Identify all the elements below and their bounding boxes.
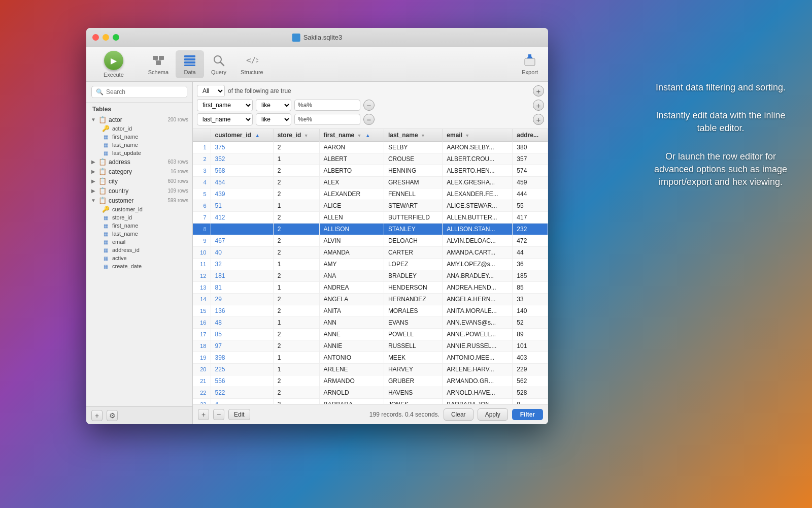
table-row[interactable]: 15 136 2 ANITA MORALES ANITA.MORALE... 1… <box>193 305 548 317</box>
actor-rows: 200 rows <box>167 117 188 122</box>
field-customer-id[interactable]: 🔑 customer_id <box>86 205 192 213</box>
table-row[interactable]: 9 467 2 ALVIN DELOACH ALVIN.DELOAC... 47… <box>193 235 548 247</box>
filter-remove-1-button[interactable]: − <box>363 100 375 111</box>
table-row[interactable]: 17 85 2 ANNE POWELL ANNE.POWELL... 89 <box>193 329 548 340</box>
sidebar-item-city[interactable]: ▶ 📋 city 600 rows <box>86 176 192 186</box>
cell-first-name: ALEX <box>319 177 384 188</box>
minimize-button[interactable] <box>103 34 109 41</box>
cell-addr: 403 <box>513 352 548 364</box>
close-button[interactable] <box>92 34 99 41</box>
cell-customer-id: 4 <box>211 399 273 404</box>
table-row[interactable]: 21 556 2 ARMANDO GRUBER ARMANDO.GR... 56… <box>193 375 548 387</box>
th-customer-id[interactable]: customer_id ▲ <box>211 129 273 142</box>
schema-button[interactable]: Schema <box>141 50 176 78</box>
filter-add-after-2-button[interactable]: + <box>533 114 544 125</box>
query-button[interactable]: Query <box>204 50 233 78</box>
table-row[interactable]: 2 352 1 ALBERT CROUSE ALBERT.CROU... 357 <box>193 153 548 165</box>
table-row[interactable]: 20 225 1 ARLENE HARVEY ARLENE.HARV... 22… <box>193 364 548 375</box>
filter-op-1-select[interactable]: like = != <box>256 99 291 111</box>
clear-button[interactable]: Clear <box>444 408 473 421</box>
filter-value-2-input[interactable] <box>294 114 360 125</box>
sidebar-item-country[interactable]: ▶ 📋 country 109 rows <box>86 186 192 196</box>
cell-store-id: 1 <box>273 352 319 364</box>
filter-field-2-select[interactable]: last_name first_name email <box>197 113 253 125</box>
field-last-update-actor[interactable]: ▦ last_update <box>86 149 192 157</box>
sidebar-item-address[interactable]: ▶ 📋 address 603 rows <box>86 157 192 167</box>
cell-addr: 444 <box>513 188 548 200</box>
table-row[interactable]: 1 375 2 AARON SELBY AARON.SELBY... 380 <box>193 142 548 153</box>
field-create-date[interactable]: ▦ create_date <box>86 262 192 270</box>
sidebar-item-category[interactable]: ▶ 📋 category 16 rows <box>86 167 192 176</box>
cell-last-name: GRUBER <box>384 375 442 387</box>
field-store-id[interactable]: ▦ store_id <box>86 213 192 221</box>
add-row-button[interactable]: + <box>198 409 209 420</box>
table-row[interactable]: 7 412 2 ALLEN BUTTERFIELD ALLEN.BUTTER..… <box>193 212 548 224</box>
table-row[interactable]: 16 48 1 ANN EVANS ANN.EVANS@s... 52 <box>193 317 548 329</box>
filter-value-1-input[interactable] <box>294 100 360 111</box>
field-actor-id[interactable]: 🔑 actor_id <box>86 124 192 133</box>
filter-scope-select[interactable]: All Any <box>197 85 225 97</box>
edit-button[interactable]: Edit <box>228 409 250 420</box>
cell-email: ALICE.STEWAR... <box>443 200 513 212</box>
data-panel: All Any of the following are true + firs… <box>193 82 548 424</box>
search-wrap[interactable]: 🔍 <box>91 86 187 98</box>
col-icon-first-name: ▦ <box>101 134 110 140</box>
table-row[interactable]: 5 439 2 ALEXANDER FENNELL ALEXANDER.FE..… <box>193 188 548 200</box>
table-row[interactable]: 13 81 1 ANDREA HENDERSON ANDREA.HEND... … <box>193 282 548 294</box>
table-row[interactable]: 23 4 2 BARBARA JONES BARBARA.JON... 8 <box>193 399 548 404</box>
filter-add-condition-button[interactable]: + <box>533 85 544 97</box>
field-first-name-customer[interactable]: ▦ first_name <box>86 221 192 230</box>
table-row[interactable]: 11 32 1 AMY LOPEZ AMY.LOPEZ@s... 36 <box>193 259 548 270</box>
field-first-name-actor[interactable]: ▦ first_name <box>86 133 192 141</box>
cell-customer-id: 29 <box>211 294 273 305</box>
table-row[interactable]: 12 181 2 ANA BRADLEY ANA.BRADLEY... 185 <box>193 270 548 282</box>
row-num: 18 <box>193 340 211 352</box>
field-last-name-actor[interactable]: ▦ last_name <box>86 141 192 149</box>
table-icon-customer: 📋 <box>98 197 107 204</box>
table-row[interactable]: 22 522 2 ARNOLD HAVENS ARNOLD.HAVE... 52… <box>193 387 548 399</box>
th-first-name[interactable]: first_name ▼ ▲ <box>319 129 384 142</box>
maximize-button[interactable] <box>113 34 119 41</box>
table-row[interactable]: 8 228 2 ALLISON STANLEY ALLISON.STAN... … <box>193 224 548 235</box>
cell-customer-id: 439 <box>211 188 273 200</box>
filter-add-after-1-button[interactable]: + <box>533 100 544 111</box>
field-email[interactable]: ▦ email <box>86 238 192 246</box>
apply-button[interactable]: Apply <box>478 408 508 421</box>
th-first-name-label: first_name <box>324 132 355 139</box>
execute-button[interactable]: ▶ Execute <box>96 48 131 81</box>
structure-button[interactable]: </> Structure <box>233 50 270 78</box>
cell-email: ARNOLD.HAVE... <box>443 387 513 399</box>
settings-button[interactable]: ⚙ <box>107 410 118 421</box>
table-row[interactable]: 19 398 1 ANTONIO MEEK ANTONIO.MEE... 403 <box>193 352 548 364</box>
cell-store-id: 2 <box>273 235 319 247</box>
field-address-id[interactable]: ▦ address_id <box>86 246 192 254</box>
table-row[interactable]: 4 454 2 ALEX GRESHAM ALEX.GRESHA... 459 <box>193 177 548 188</box>
search-input[interactable] <box>106 88 183 96</box>
table-row[interactable]: 3 568 2 ALBERTO HENNING ALBERTO.HEN... 5… <box>193 165 548 177</box>
field-last-name-customer[interactable]: ▦ last_name <box>86 230 192 238</box>
table-row[interactable]: 18 97 2 ANNIE RUSSELL ANNIE.RUSSEL... 10… <box>193 340 548 352</box>
table-row[interactable]: 14 29 2 ANGELA HERNANDEZ ANGELA.HERN... … <box>193 294 548 305</box>
app-window: Sakila.sqlite3 ▶ Execute Schema <box>86 28 548 424</box>
remove-row-button[interactable]: − <box>213 409 224 420</box>
add-table-button[interactable]: + <box>91 410 103 421</box>
field-active[interactable]: ▦ active <box>86 254 192 262</box>
th-last-name[interactable]: last_name ▼ <box>384 129 442 142</box>
export-button[interactable]: Export <box>522 53 538 75</box>
row-num: 7 <box>193 212 211 224</box>
th-store-id[interactable]: store_id ▼ <box>273 129 319 142</box>
table-row[interactable]: 6 51 1 ALICE STEWART ALICE.STEWAR... 55 <box>193 200 548 212</box>
th-email[interactable]: email ▼ <box>443 129 513 142</box>
filter-button[interactable]: Filter <box>512 409 543 420</box>
filter-scope-suffix: of the following are true <box>228 87 291 94</box>
filter-op-2-select[interactable]: like = != <box>256 113 291 125</box>
filter-field-1-select[interactable]: first_name last_name email <box>197 99 253 111</box>
execute-label: Execute <box>104 72 124 78</box>
th-address[interactable]: addre... <box>513 129 548 142</box>
sidebar-item-actor[interactable]: ▼ 📋 actor 200 rows <box>86 115 192 124</box>
customer-id-label: customer_id <box>112 206 143 212</box>
sidebar-item-customer[interactable]: ▼ 📋 customer 599 rows <box>86 196 192 205</box>
data-button[interactable]: Data <box>176 50 204 78</box>
table-row[interactable]: 10 40 2 AMANDA CARTER AMANDA.CART... 44 <box>193 247 548 259</box>
filter-remove-2-button[interactable]: − <box>363 114 375 125</box>
